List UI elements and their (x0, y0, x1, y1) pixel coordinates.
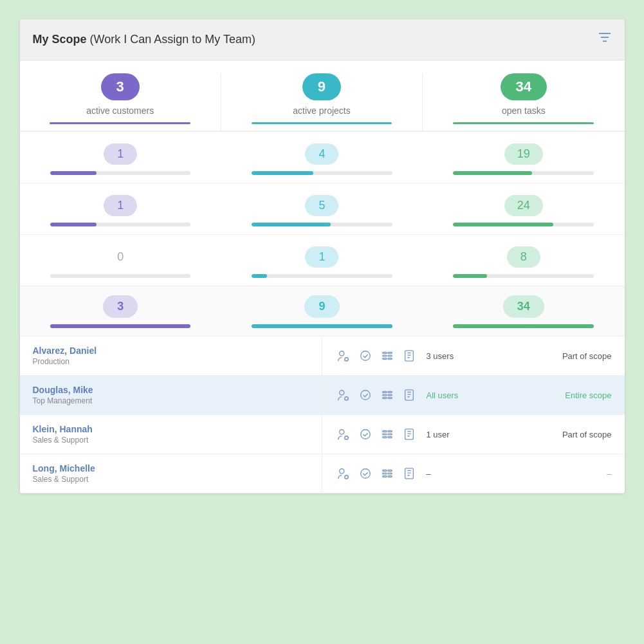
progress-wrap-1-0 (50, 223, 191, 226)
progress-wrap-2-2 (453, 274, 594, 278)
data-row: 1524 (20, 183, 625, 235)
total-badge-2[interactable]: 34 (503, 295, 544, 318)
progress-fill-2-1 (252, 274, 267, 278)
users-count-1: All users (427, 391, 560, 400)
user-gear-icon[interactable] (335, 465, 352, 482)
cell-badge-2-1[interactable]: 1 (305, 246, 338, 268)
check-circle-icon[interactable] (357, 426, 374, 443)
person-name-1[interactable]: Douglas, Mike (33, 385, 309, 395)
progress-fill-0-1 (252, 171, 313, 175)
svg-rect-34 (382, 473, 386, 474)
check-circle-icon[interactable] (357, 347, 374, 364)
svg-point-22 (360, 430, 370, 439)
progress-wrap-2-0 (50, 274, 191, 278)
svg-rect-23 (382, 431, 386, 432)
cell-badge-0-1[interactable]: 4 (305, 143, 338, 165)
progress-fill-0-0 (50, 171, 97, 175)
projects-badge[interactable]: 9 (302, 73, 341, 100)
data-cell-2-0: 0 (20, 246, 221, 278)
person-row: Klein, HannahSales & Support1 userPart o… (20, 415, 625, 454)
svg-rect-18 (387, 398, 391, 399)
page-title: My Scope (Work I Can Assign to My Team) (33, 33, 255, 46)
cell-badge-2-0[interactable]: 0 (104, 246, 136, 268)
user-gear-icon[interactable] (335, 426, 352, 443)
progress-wrap-0-0 (50, 171, 191, 175)
svg-rect-19 (405, 390, 413, 400)
check-circle-icon[interactable] (357, 387, 374, 403)
person-row: Long, MichelleSales & Support–– (20, 454, 625, 493)
stat-open-tasks: 34 open tasks (423, 73, 624, 131)
svg-point-12 (360, 391, 370, 400)
cell-badge-2-2[interactable]: 8 (507, 246, 540, 268)
person-name-0[interactable]: Alvarez, Daniel (33, 345, 309, 356)
header: My Scope (Work I Can Assign to My Team) (20, 19, 625, 60)
person-dept-0: Production (33, 357, 309, 366)
svg-rect-36 (387, 470, 391, 472)
data-cell-2-1: 1 (221, 246, 423, 278)
cell-badge-1-0[interactable]: 1 (104, 195, 137, 216)
svg-rect-13 (382, 392, 386, 393)
total-bar-0 (50, 324, 191, 328)
svg-point-0 (339, 351, 344, 356)
total-cell-0: 3 (20, 295, 221, 328)
svg-rect-26 (387, 431, 391, 432)
svg-rect-27 (387, 434, 391, 435)
projects-underline (252, 122, 392, 124)
svg-point-10 (339, 391, 344, 395)
person-dept-1: Top Management (33, 396, 309, 405)
receipt-icon[interactable] (401, 426, 418, 443)
check-circle-icon[interactable] (357, 465, 374, 482)
svg-rect-25 (382, 437, 386, 438)
receipt-icon[interactable] (401, 347, 418, 364)
svg-point-32 (360, 469, 370, 479)
person-info-2: Klein, HannahSales & Support (20, 415, 322, 454)
scope-label-1: Entire scope (565, 391, 611, 400)
receipt-icon[interactable] (401, 465, 418, 482)
user-gear-icon[interactable] (335, 387, 352, 403)
stat-active-customers: 3 active customers (20, 73, 221, 131)
person-name-3[interactable]: Long, Michelle (33, 463, 309, 474)
user-gear-icon[interactable] (335, 347, 352, 364)
svg-rect-8 (387, 358, 391, 360)
person-info-1: Douglas, MikeTop Management (20, 376, 322, 414)
receipt-icon[interactable] (401, 387, 418, 403)
customers-badge[interactable]: 3 (101, 73, 140, 100)
progress-wrap-0-2 (453, 171, 594, 175)
total-badge-0[interactable]: 3 (103, 295, 138, 318)
list-icon[interactable] (379, 465, 396, 482)
svg-rect-37 (387, 473, 391, 474)
person-dept-3: Sales & Support (33, 475, 309, 484)
users-count-3: – (427, 469, 602, 479)
cell-badge-0-0[interactable]: 1 (104, 143, 137, 165)
svg-rect-5 (382, 358, 386, 360)
filter-icon[interactable] (598, 31, 612, 48)
svg-point-20 (339, 430, 344, 434)
list-icon[interactable] (379, 347, 396, 364)
list-icon[interactable] (379, 387, 396, 403)
person-actions-3: –– (322, 456, 625, 491)
data-cell-2-2: 8 (423, 246, 624, 278)
person-dept-2: Sales & Support (33, 436, 309, 445)
svg-rect-3 (382, 353, 386, 354)
data-row: 1419 (20, 132, 625, 183)
svg-point-30 (339, 469, 344, 474)
customers-underline (50, 122, 190, 124)
svg-point-2 (360, 351, 370, 361)
svg-rect-29 (405, 429, 413, 439)
progress-fill-1-0 (50, 223, 97, 226)
data-rows-section: 14191524018 (20, 132, 625, 286)
person-actions-1: All usersEntire scope (322, 378, 625, 412)
tasks-badge[interactable]: 34 (501, 73, 547, 100)
progress-fill-1-2 (453, 223, 553, 226)
svg-rect-7 (387, 355, 391, 356)
users-count-0: 3 users (427, 351, 557, 361)
svg-rect-28 (387, 437, 391, 438)
total-badge-1[interactable]: 9 (304, 295, 339, 318)
cell-badge-1-2[interactable]: 24 (504, 195, 543, 216)
list-icon[interactable] (379, 426, 396, 443)
cell-badge-0-2[interactable]: 19 (504, 143, 543, 165)
person-name-2[interactable]: Klein, Hannah (33, 424, 309, 434)
cell-badge-1-1[interactable]: 5 (305, 195, 338, 216)
scope-label-3: – (607, 469, 611, 479)
users-count-2: 1 user (427, 430, 557, 439)
